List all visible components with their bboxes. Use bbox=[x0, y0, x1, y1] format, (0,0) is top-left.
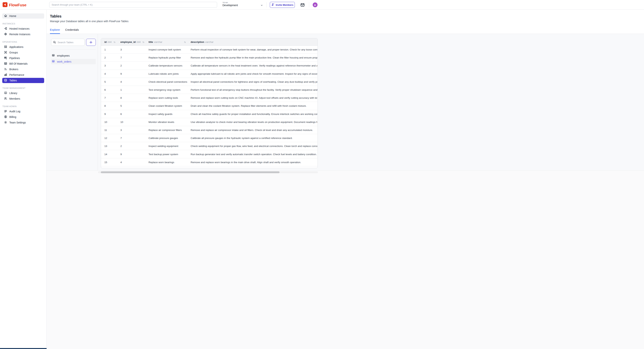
cell-title: Replace air compressor filters bbox=[148, 128, 182, 131]
team-label: TEAM: bbox=[222, 1, 238, 4]
header-divider bbox=[309, 2, 309, 7]
team-selector[interactable]: TEAM: Development bbox=[222, 1, 238, 7]
invite-members-label: Invite Members bbox=[276, 3, 294, 6]
sidebar-item-label: Billing bbox=[9, 115, 16, 118]
sidebar-item-performance[interactable]: Performance bbox=[2, 72, 44, 77]
sidebar-item-home[interactable]: Home bbox=[2, 13, 44, 19]
remote-instances-icon bbox=[4, 32, 7, 36]
table-list-item-work_orders[interactable]: work_orders bbox=[51, 59, 96, 64]
search-icon bbox=[53, 41, 56, 44]
sidebar-item-library[interactable]: Library bbox=[2, 90, 44, 96]
cell-description: Run backup generator test and verify aut… bbox=[191, 153, 317, 155]
cell-description: Perform visual inspection of conveyor be… bbox=[191, 48, 317, 51]
horizontal-scrollbar-thumb[interactable] bbox=[101, 171, 280, 173]
sidebar-item-label: Team Settings bbox=[9, 121, 26, 124]
cell-id: 2 bbox=[104, 56, 106, 59]
cell-employee_id: 7 bbox=[120, 56, 122, 59]
table-row[interactable]: 61Test emergency stop systemPerform func… bbox=[101, 86, 318, 94]
cell-title: Replace hydraulic pump filter bbox=[148, 56, 181, 59]
tab-bar: Explorer Credentials bbox=[50, 28, 79, 34]
table-row[interactable]: 1010Monitor vibration levelsUse vibratio… bbox=[101, 118, 318, 126]
table-icon bbox=[52, 60, 55, 63]
sidebar-item-label: Performance bbox=[9, 73, 24, 76]
sidebar-item-brokers[interactable]: Brokers bbox=[2, 67, 44, 72]
cell-title: Calibrate temperature sensors bbox=[148, 64, 182, 67]
cell-id: 5 bbox=[104, 80, 106, 83]
table-row[interactable]: 13Inspect conveyor belt systemPerform vi… bbox=[101, 46, 318, 54]
sidebar-item-audit-log[interactable]: Audit Log bbox=[2, 109, 44, 114]
cell-employee_id: 3 bbox=[120, 48, 122, 51]
table-row[interactable]: 54Check electrical panel connectionsInsp… bbox=[101, 78, 318, 86]
sidebar-section-label: TEAM MANAGEMENT bbox=[2, 87, 46, 89]
sidebar-item-team-settings[interactable]: Team Settings bbox=[2, 120, 44, 125]
table-row[interactable]: 27Replace hydraulic pump filterRemove an… bbox=[101, 54, 318, 62]
search-tables-input[interactable] bbox=[51, 39, 84, 46]
table-row[interactable]: 127Calibrate pressure gaugesCalibrate al… bbox=[101, 134, 318, 142]
sidebar-item-hosted-instances[interactable]: Hosted Instances bbox=[2, 26, 44, 31]
data-table-header: idint4 employee_idint4 titlevarchar desc… bbox=[101, 38, 318, 46]
cell-description: Remove and replace air compressor intake… bbox=[191, 128, 317, 131]
sidebar-item-pipelines[interactable]: Pipelines bbox=[2, 55, 44, 61]
column-header-description[interactable]: descriptionvarchar bbox=[191, 41, 214, 43]
table-row[interactable]: 132Inspect welding equipmentCheck weldin… bbox=[101, 142, 318, 150]
add-table-button[interactable] bbox=[86, 39, 96, 46]
cell-title: Test backup power system bbox=[148, 153, 178, 155]
sidebar-item-groups[interactable]: Groups bbox=[2, 50, 44, 55]
cell-description: Remove and replace worn bearings in the … bbox=[191, 161, 317, 164]
flowfuse-logo-icon bbox=[2, 2, 8, 8]
table-row[interactable]: 113Replace air compressor filtersRemove … bbox=[101, 126, 318, 134]
table-row[interactable]: 96Inspect safety guardsCheck all machine… bbox=[101, 110, 318, 118]
table-row[interactable]: 49Lubricate robotic arm jointsApply appr… bbox=[101, 70, 318, 78]
home-icon bbox=[4, 14, 7, 18]
column-header-employee-id[interactable]: employee_idint4 bbox=[120, 41, 141, 43]
sidebar-item-label: Members bbox=[9, 97, 20, 100]
cell-employee_id: 3 bbox=[120, 128, 122, 131]
chevron-down-icon[interactable] bbox=[260, 4, 263, 7]
flowfuse-logo[interactable]: FlowFuse bbox=[2, 2, 26, 8]
invite-members-button[interactable]: Invite Members bbox=[270, 2, 295, 8]
sidebar-item-members[interactable]: Members bbox=[2, 96, 44, 101]
sidebar-item-tables[interactable]: Tables bbox=[2, 78, 44, 83]
sort-icon[interactable] bbox=[142, 41, 144, 44]
tab-credentials[interactable]: Credentials bbox=[65, 28, 79, 34]
mail-icon[interactable] bbox=[300, 2, 305, 7]
cell-employee_id: 4 bbox=[120, 161, 122, 164]
cell-employee_id: 10 bbox=[120, 120, 123, 123]
team-search-input[interactable] bbox=[49, 2, 217, 8]
sidebar-section-label: INSTANCES bbox=[2, 22, 46, 25]
sidebar-item-billing[interactable]: Billing bbox=[2, 114, 44, 120]
brokers-icon bbox=[4, 67, 7, 71]
table-row[interactable]: 149Test backup power systemRun backup ge… bbox=[101, 150, 318, 158]
tab-explorer[interactable]: Explorer bbox=[50, 28, 60, 34]
sort-icon[interactable] bbox=[184, 41, 186, 44]
sidebar-item-remote-instances[interactable]: Remote Instances bbox=[2, 32, 44, 37]
column-header-id[interactable]: idint4 bbox=[104, 41, 112, 43]
avatar[interactable]: jp bbox=[313, 2, 318, 7]
cell-title: Replace worn cutting tools bbox=[148, 96, 178, 99]
explorer-content: employeeswork_orders idint4 employee_idi… bbox=[46, 34, 322, 174]
sidebar-section-label: TEAM ADMIN bbox=[2, 105, 46, 107]
cell-description: Drain and clean the coolant filtration s… bbox=[191, 104, 317, 107]
sidebar-item-label: Brokers bbox=[9, 68, 18, 71]
table-row[interactable]: 32Calibrate temperature sensorsCalibrate… bbox=[101, 62, 318, 70]
cell-title: Monitor vibration levels bbox=[148, 120, 174, 123]
table-row[interactable]: 85Clean coolant filtration systemDrain a… bbox=[101, 102, 318, 110]
sort-icon[interactable] bbox=[113, 41, 116, 44]
table-row[interactable]: 78Replace worn cutting toolsRemove and r… bbox=[101, 94, 318, 102]
groups-icon bbox=[4, 51, 7, 54]
column-header-title[interactable]: titlevarchar bbox=[148, 41, 162, 43]
cell-employee_id: 9 bbox=[120, 72, 122, 75]
cell-id: 13 bbox=[104, 145, 107, 147]
table-list-item-employees[interactable]: employees bbox=[51, 53, 96, 58]
tables-icon bbox=[4, 79, 7, 82]
cell-description: Check all machine safety guards for prop… bbox=[191, 112, 317, 115]
cell-description: Calibrate all pressure gauges in the hyd… bbox=[191, 137, 317, 139]
cell-id: 11 bbox=[104, 128, 107, 131]
cell-id: 8 bbox=[104, 104, 106, 107]
table-row[interactable]: 154Replace worn bearingsRemove and repla… bbox=[101, 158, 318, 166]
sidebar-item-applications[interactable]: Applications bbox=[2, 44, 44, 49]
sidebar-item-bill-of-materials[interactable]: Bill Of Materials bbox=[2, 61, 44, 66]
cell-employee_id: 8 bbox=[120, 96, 122, 99]
hosted-instances-icon bbox=[4, 27, 7, 31]
cell-id: 9 bbox=[104, 112, 106, 115]
